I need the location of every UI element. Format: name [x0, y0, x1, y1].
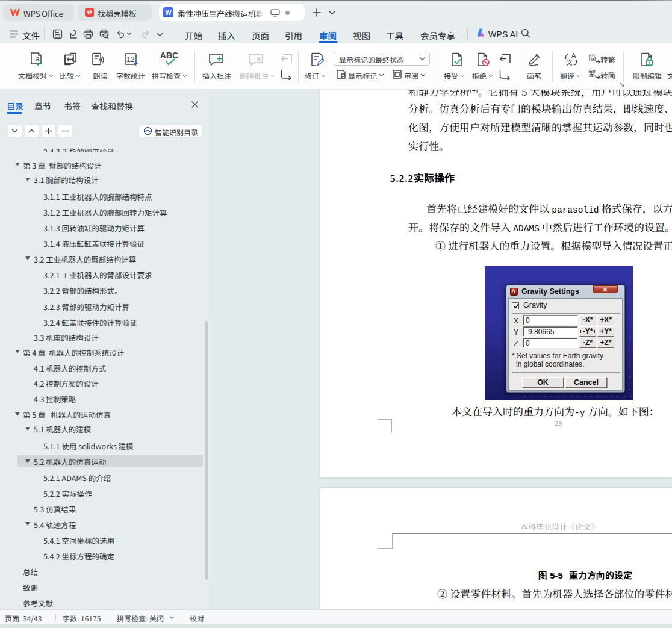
svg-text:繁: 繁	[588, 68, 596, 79]
svg-text:12: 12	[126, 55, 135, 64]
svg-text:A: A	[571, 52, 576, 59]
svg-text:ABC: ABC	[160, 51, 178, 60]
svg-text:W: W	[166, 9, 172, 16]
svg-text:简: 简	[588, 52, 596, 63]
svg-text:a: a	[36, 55, 40, 63]
